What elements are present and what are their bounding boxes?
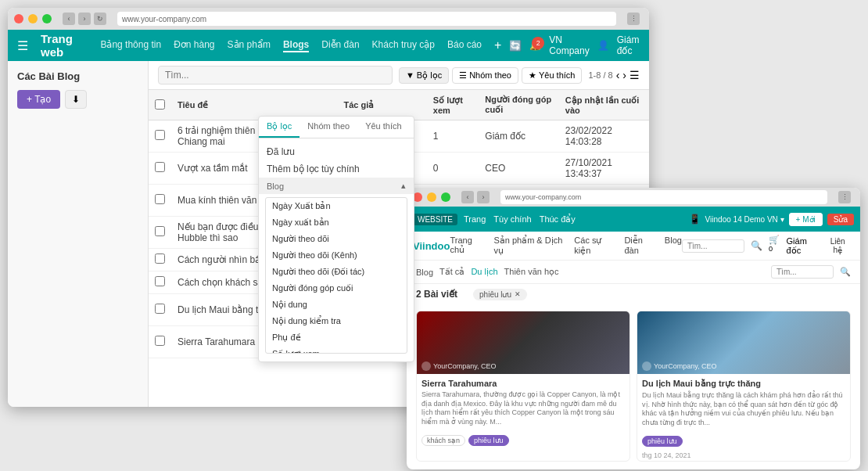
second-address-bar[interactable]: www.your-company.com bbox=[500, 190, 827, 204]
list-view-button[interactable]: ☰ bbox=[629, 69, 640, 81]
row-checkbox[interactable] bbox=[155, 194, 165, 204]
create-button[interactable]: + Tạo bbox=[17, 90, 60, 109]
filter-list-item[interactable]: Nội dung kiểm tra bbox=[266, 313, 407, 329]
site-search-icon[interactable]: 🔍 bbox=[751, 240, 762, 251]
card-tags-maui: phiêu lưu bbox=[637, 433, 850, 450]
tag-filter[interactable]: phiêu lưu ✕ bbox=[473, 289, 527, 300]
nav-orders[interactable]: Đơn hàng bbox=[174, 39, 214, 52]
filter-tab-group[interactable]: Nhóm theo bbox=[299, 117, 357, 138]
reload-button[interactable]: ↻ bbox=[94, 13, 106, 25]
search-input[interactable] bbox=[158, 66, 393, 84]
row-checkbox[interactable] bbox=[155, 304, 165, 314]
refresh-icon[interactable]: 🔄 bbox=[509, 40, 522, 52]
second-minimize-button[interactable] bbox=[427, 192, 436, 202]
prev-page-button[interactable]: ‹ bbox=[616, 69, 620, 81]
pagination: 1-8 / 8 ‹ › ☰ bbox=[588, 69, 640, 81]
blog-search-icon[interactable]: 🔍 bbox=[840, 267, 851, 277]
second-forward-button[interactable]: › bbox=[477, 191, 490, 203]
contact-button[interactable]: Liên hệ bbox=[821, 235, 854, 257]
filter-list-item[interactable]: Ngày Xuất bản bbox=[266, 198, 407, 214]
site-search-input[interactable] bbox=[682, 239, 744, 253]
forward-button[interactable]: › bbox=[78, 13, 91, 25]
cart-icon[interactable]: 🛒0 bbox=[769, 235, 780, 257]
mobile-icon[interactable]: 📱 bbox=[689, 214, 701, 225]
nav-reports[interactable]: Báo cáo bbox=[447, 39, 482, 52]
filter-list-item[interactable]: Ngày xuất bản bbox=[266, 214, 407, 231]
filter-dropdown-body: Đã lưu Thêm bộ lọc tùy chính Blog ▴ Ngày… bbox=[259, 138, 414, 361]
notification-icon[interactable]: 🔔 2 bbox=[529, 40, 541, 51]
blog-nav-travel[interactable]: Du lịch bbox=[471, 267, 497, 277]
row-checkbox[interactable] bbox=[155, 130, 165, 140]
row-checkbox[interactable] bbox=[155, 226, 165, 236]
nav-blogs[interactable]: Blogs bbox=[283, 39, 309, 52]
nav-visitors[interactable]: Khách truy cập bbox=[372, 39, 435, 52]
filter-list-item[interactable]: Phụ đề bbox=[266, 329, 407, 346]
nav-forum[interactable]: Diễn đàn bbox=[321, 39, 359, 52]
company-name[interactable]: VN Company bbox=[549, 34, 589, 56]
user-name[interactable]: Giám đốc bbox=[617, 34, 640, 56]
group-button[interactable]: ☰ Nhóm theo bbox=[452, 67, 518, 84]
nav-products[interactable]: Sản phẩm bbox=[228, 39, 271, 52]
minimize-button[interactable] bbox=[28, 14, 38, 23]
filter-list-item[interactable]: Người theo dõi bbox=[266, 231, 407, 247]
fav-button[interactable]: ★ Yêu thích bbox=[522, 67, 582, 84]
hamburger-icon[interactable]: ☰ bbox=[17, 38, 28, 53]
row-checkbox[interactable] bbox=[155, 253, 165, 264]
back-button[interactable]: ‹ bbox=[63, 13, 75, 25]
filter-tab-fav[interactable]: Yêu thích bbox=[357, 117, 409, 138]
filter-list-item[interactable]: Người đóng góp cuối bbox=[266, 280, 407, 297]
nav-page[interactable]: Trang bbox=[464, 214, 486, 225]
filter-icon: ▼ bbox=[406, 70, 414, 80]
company-display: Viindoo 14 Demo VN ▾ bbox=[705, 215, 784, 224]
filter-list-item[interactable]: Số lượt xem bbox=[266, 346, 407, 354]
filter-saved[interactable]: Đã lưu bbox=[259, 143, 414, 160]
nav-customize[interactable]: Tùy chính bbox=[493, 214, 531, 225]
site-nav-forum[interactable]: Diễn đàn bbox=[624, 236, 655, 256]
tag-adventure-maui[interactable]: phiêu lưu bbox=[642, 436, 683, 447]
site-nav-products[interactable]: Sản phẩm & Dịch vụ bbox=[493, 236, 565, 256]
browser-menu-button[interactable]: ⋮ bbox=[627, 13, 640, 25]
filter-tab-filter[interactable]: Bộ lọc bbox=[259, 117, 299, 138]
site-nav-home[interactable]: Trang chủ bbox=[450, 236, 484, 256]
close-button[interactable] bbox=[14, 14, 23, 23]
second-back-button[interactable]: ‹ bbox=[461, 191, 474, 203]
nav-promote[interactable]: Thúc đẩy bbox=[540, 214, 576, 225]
edit-button[interactable]: Sửa bbox=[827, 214, 854, 225]
filter-group-label[interactable]: Blog ▴ bbox=[259, 178, 414, 194]
blog-card-sierra[interactable]: YourCompany, CEO Sierra Tarahumara Sierr… bbox=[416, 311, 630, 462]
filter-dropdown: Bộ lọc Nhóm theo Yêu thích Đã lưu Thêm b… bbox=[258, 116, 414, 362]
address-bar[interactable]: www.your-company.com bbox=[117, 12, 616, 26]
filter-button[interactable]: ▼ Bộ lọc bbox=[399, 67, 449, 84]
blog-nav-astronomy[interactable]: Thiên văn học bbox=[504, 267, 559, 277]
maximize-button[interactable] bbox=[42, 14, 52, 23]
site-nav-events[interactable]: Các sự kiện bbox=[574, 236, 615, 256]
website-badge[interactable]: WEBSITE bbox=[413, 214, 457, 225]
site-user[interactable]: Giám đốc bbox=[787, 236, 816, 256]
row-checkbox[interactable] bbox=[155, 336, 165, 346]
blog-nav-all[interactable]: Tất cả bbox=[439, 267, 464, 277]
next-page-button[interactable]: › bbox=[622, 69, 626, 81]
filter-dropdown-header: Bộ lọc Nhóm theo Yêu thích bbox=[259, 117, 414, 138]
blog-cards: YourCompany, CEO Sierra Tarahumara Sierr… bbox=[407, 304, 860, 468]
download-button[interactable]: ⬇ bbox=[65, 90, 87, 109]
new-button[interactable]: + Mới bbox=[789, 213, 823, 226]
second-browser-menu[interactable]: ⋮ bbox=[838, 191, 851, 203]
plus-icon[interactable]: + bbox=[494, 38, 501, 52]
blog-search-input[interactable] bbox=[771, 265, 834, 279]
tag-adventure[interactable]: phiêu lưu bbox=[468, 435, 509, 446]
filter-list-item[interactable]: Người theo dõi (Kênh) bbox=[266, 247, 407, 264]
card-body-sierra: Sierra Tarahumara Sierra Tarahumara, thư… bbox=[417, 374, 629, 432]
row-checkbox[interactable] bbox=[155, 162, 165, 172]
blog-card-maui[interactable]: YourCompany, CEO Du lịch Maui bằng trực … bbox=[637, 311, 851, 462]
row-checkbox[interactable] bbox=[155, 276, 165, 286]
nav-dashboard[interactable]: Bảng thông tin bbox=[100, 39, 161, 52]
second-maximize-button[interactable] bbox=[441, 192, 450, 202]
select-all-checkbox[interactable] bbox=[155, 99, 165, 110]
tag-hotel[interactable]: khách sạn bbox=[421, 435, 465, 446]
filter-list-item[interactable]: Người theo dõi (Đối tác) bbox=[266, 264, 407, 280]
tag-filter-remove[interactable]: ✕ bbox=[515, 290, 521, 298]
blog-nav-blog[interactable]: Blog bbox=[416, 268, 433, 277]
filter-add[interactable]: Thêm bộ lọc tùy chính bbox=[259, 160, 414, 178]
filter-list-item[interactable]: Nội dung bbox=[266, 297, 407, 313]
site-nav-blog[interactable]: Blog bbox=[665, 236, 682, 256]
